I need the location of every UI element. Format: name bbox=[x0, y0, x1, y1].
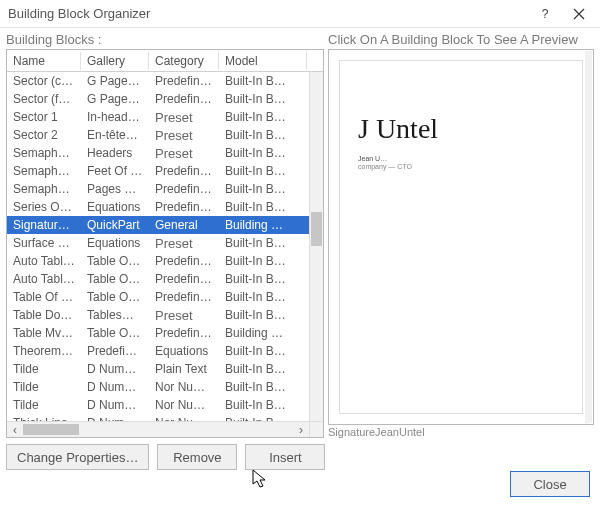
vertical-scrollbar[interactable] bbox=[309, 72, 323, 421]
table-cell: Predefined bbox=[149, 200, 219, 214]
table-cell: Built-In B… bbox=[219, 74, 307, 88]
table-cell: Built-In B… bbox=[219, 380, 307, 394]
title-bar: Building Block Organizer ? bbox=[0, 0, 600, 28]
table-cell: En-têtes… bbox=[81, 128, 149, 142]
table-row[interactable]: Theorem D…PredefinedEquationsBuilt-In B… bbox=[7, 342, 309, 360]
table-cell: Building … bbox=[219, 218, 307, 232]
preview-scrollbar[interactable] bbox=[585, 51, 592, 423]
dialog-title: Building Block Organizer bbox=[8, 6, 528, 21]
table-cell: Auto Table… bbox=[7, 272, 81, 286]
table-cell: Headers bbox=[81, 146, 149, 160]
horizontal-scrollbar[interactable]: ‹ › bbox=[7, 421, 309, 437]
table-cell: D Numbers… bbox=[81, 362, 149, 376]
hscroll-left-arrow[interactable]: ‹ bbox=[7, 423, 23, 437]
table-row[interactable]: SemaphorePages Of G…PredefinedBuilt-In B… bbox=[7, 180, 309, 198]
table-cell: Built-In B… bbox=[219, 146, 307, 160]
hscroll-track[interactable] bbox=[23, 422, 293, 437]
table-row[interactable]: Sector (fo…G Pages…PredefinedBuilt-In B… bbox=[7, 90, 309, 108]
change-properties-button[interactable]: Change Properties… bbox=[6, 444, 149, 470]
table-cell: Built-In B… bbox=[219, 344, 307, 358]
table-cell: Predefined bbox=[149, 290, 219, 304]
table-cell: D Numbers… bbox=[81, 398, 149, 412]
table-cell: Table Of… bbox=[81, 290, 149, 304]
table-row[interactable]: Auto Table…Table Of …PredefinedBuilt-In … bbox=[7, 252, 309, 270]
table-row[interactable]: Auto Table…Table Of…PredefinedBuilt-In B… bbox=[7, 270, 309, 288]
hscroll-thumb[interactable] bbox=[23, 424, 79, 435]
table-cell: Plain Text bbox=[149, 362, 219, 376]
table-cell: Sector 1 bbox=[7, 110, 81, 124]
table-cell: Series Of Fo… bbox=[7, 200, 81, 214]
building-blocks-list[interactable]: Name Gallery Category Model Sector (clea… bbox=[6, 49, 324, 438]
table-cell: Semaphore bbox=[7, 146, 81, 160]
table-cell: Table Mv… bbox=[7, 326, 81, 340]
table-cell: Surface Of The … bbox=[7, 236, 81, 250]
table-cell: Building … bbox=[219, 326, 307, 340]
table-cell: Tilde bbox=[7, 362, 81, 376]
preview-item-name: SignatureJeanUntel bbox=[328, 426, 594, 438]
table-cell: Predefined bbox=[149, 272, 219, 286]
table-cell: Pages Of G… bbox=[81, 182, 149, 196]
table-cell: Sector 2 bbox=[7, 128, 81, 142]
table-cell: Preset bbox=[149, 236, 219, 251]
table-cell: Equations bbox=[149, 344, 219, 358]
table-cell: G Pages… bbox=[81, 92, 149, 106]
column-gallery[interactable]: Gallery bbox=[81, 52, 149, 70]
table-cell: Table Of… bbox=[81, 326, 149, 340]
table-row[interactable]: Table Of M…Table Of…PredefinedBuilt-In B… bbox=[7, 288, 309, 306]
table-cell: Equations bbox=[81, 236, 149, 250]
table-row[interactable]: SemaphoreHeadersPresetBuilt-In B… bbox=[7, 144, 309, 162]
table-row[interactable]: SemaphoreFeet Of P…PredefinedBuilt-In B… bbox=[7, 162, 309, 180]
table-cell: Built-In B… bbox=[219, 362, 307, 376]
table-cell: Semaphore bbox=[7, 164, 81, 178]
table-cell: Predefined bbox=[149, 92, 219, 106]
vscroll-thumb[interactable] bbox=[311, 212, 322, 246]
preview-signature-text: J Untel bbox=[358, 113, 564, 145]
hscroll-right-arrow[interactable]: › bbox=[293, 423, 309, 437]
table-cell: Built-In B… bbox=[219, 398, 307, 412]
table-row[interactable]: Table Do…Tables…PresetBuilt-In B… bbox=[7, 306, 309, 324]
table-row[interactable]: TildeD Numbers…Plain TextBuilt-In B… bbox=[7, 360, 309, 378]
help-button[interactable]: ? bbox=[528, 1, 562, 27]
close-window-button[interactable] bbox=[562, 1, 596, 27]
table-cell: Predefined bbox=[149, 164, 219, 178]
table-cell: Predefined bbox=[81, 344, 149, 358]
table-row[interactable]: TildeD Numbers…Nor Number…Built-In B… bbox=[7, 378, 309, 396]
close-button[interactable]: Close bbox=[510, 471, 590, 497]
table-cell: Built-In B… bbox=[219, 308, 307, 322]
table-cell: Table Of M… bbox=[7, 290, 81, 304]
table-row[interactable]: Table Mv…Table Of…PredefinedBuilding … bbox=[7, 324, 309, 342]
table-row[interactable]: Sector 1In-heads…PresetBuilt-In B… bbox=[7, 108, 309, 126]
table-row[interactable]: Series Of Fo…EquationsPredefinedBuilt-In… bbox=[7, 198, 309, 216]
table-row[interactable]: TildeD Numbers…Nor Number…Built-In B… bbox=[7, 396, 309, 414]
table-cell: Auto Table… bbox=[7, 254, 81, 268]
table-row[interactable]: Thick LineD Numbers…Nor Number…Built-In … bbox=[7, 414, 309, 421]
remove-button[interactable]: Remove bbox=[157, 444, 237, 470]
scroll-corner bbox=[309, 421, 323, 437]
table-row[interactable]: Sector (clear)G Pages…PredefinedBuilt-In… bbox=[7, 72, 309, 90]
table-cell: Built-In B… bbox=[219, 272, 307, 286]
table-cell: Predefined bbox=[149, 326, 219, 340]
table-cell: Predefined bbox=[149, 182, 219, 196]
table-cell: Built-In B… bbox=[219, 128, 307, 142]
insert-button[interactable]: Insert bbox=[245, 444, 325, 470]
table-cell: Built-In B… bbox=[219, 290, 307, 304]
table-cell: Tilde bbox=[7, 380, 81, 394]
table-row[interactable]: SignatureJe…QuickPartGeneralBuilding … bbox=[7, 216, 309, 234]
table-row[interactable]: Surface Of The …EquationsPresetBuilt-In … bbox=[7, 234, 309, 252]
table-cell: SignatureJe… bbox=[7, 218, 81, 232]
preview-signature-subtext1: Jean U… bbox=[358, 155, 564, 162]
table-row[interactable]: Sector 2En-têtes…PresetBuilt-In B… bbox=[7, 126, 309, 144]
column-model[interactable]: Model bbox=[219, 52, 307, 70]
table-cell: Tables… bbox=[81, 308, 149, 322]
column-name[interactable]: Name bbox=[7, 52, 81, 70]
table-cell: Theorem D… bbox=[7, 344, 81, 358]
table-cell: Built-In B… bbox=[219, 236, 307, 250]
table-cell: Semaphore bbox=[7, 182, 81, 196]
table-cell: Predefined bbox=[149, 74, 219, 88]
table-cell: Built-In B… bbox=[219, 92, 307, 106]
table-cell: G Pages… bbox=[81, 74, 149, 88]
table-cell: Sector (fo… bbox=[7, 92, 81, 106]
table-cell: Preset bbox=[149, 128, 219, 143]
table-cell: Sector (clear) bbox=[7, 74, 81, 88]
column-category[interactable]: Category bbox=[149, 52, 219, 70]
